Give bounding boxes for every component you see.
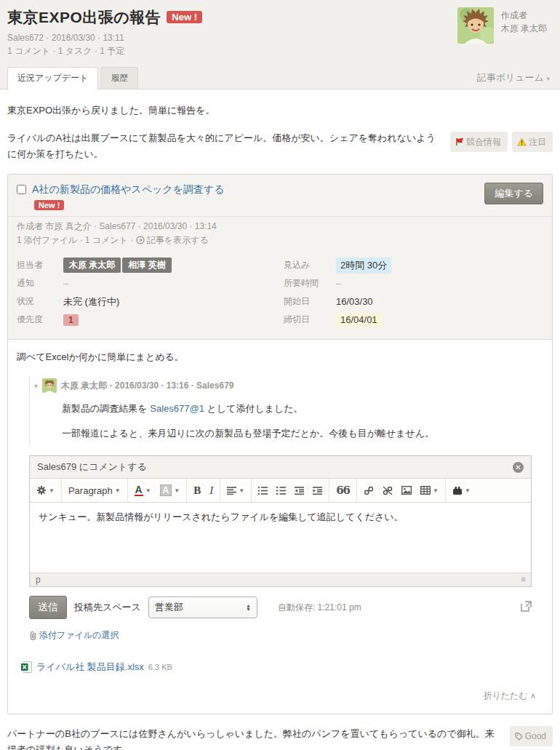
italic-button[interactable]: I — [205, 482, 217, 499]
resize-grip[interactable]: ≡ — [521, 575, 525, 585]
excel-file-icon — [21, 661, 32, 673]
settings-gear-button[interactable]: ▼ — [32, 483, 59, 498]
plugin-icon — [452, 486, 463, 495]
post-space-label: 投稿先スペース — [74, 601, 141, 614]
report-paragraph-1: 東京EXPO出張から戻りました。簡単に報告を。 — [7, 103, 553, 119]
priority-badge: 1 — [63, 314, 79, 326]
spent-value: – — [336, 278, 341, 289]
select-attachment-link[interactable]: 添付ファイルの選択 — [29, 629, 532, 642]
task-box: A社の新製品の価格やスペックを調査する New ! 編集する 作成者 市原 真之… — [7, 174, 553, 714]
flag-icon — [455, 137, 464, 146]
link-button[interactable] — [359, 484, 378, 498]
show-article-link[interactable]: 記事を表示する — [147, 235, 209, 245]
link-icon — [364, 486, 374, 495]
blockquote-button[interactable]: 66 — [332, 482, 354, 499]
element-path-label: p — [36, 575, 41, 585]
priority-label: 優先度 — [17, 314, 63, 326]
tab-status-updates[interactable]: 近況アップデート — [7, 67, 98, 89]
numbered-list-button[interactable] — [272, 484, 290, 497]
attachment-size: 6.3 KB — [148, 663, 172, 671]
close-icon[interactable]: ✕ — [513, 462, 524, 473]
attachment-ref-link[interactable]: Sales677@1 — [150, 403, 204, 414]
highlight-color-button[interactable]: A▼ — [156, 482, 185, 498]
comment-line1: 新製品の調査結果を Sales677@1 として添付しました。 — [62, 402, 533, 416]
report-paragraph-3: パートナーのB社のブースには佐野さんがいらっしゃいました。弊社のパンフを置いても… — [7, 728, 495, 750]
collapse-comment-icon[interactable]: ▾ — [34, 382, 38, 390]
font-color-icon: A — [135, 485, 143, 496]
notify-value: – — [63, 278, 68, 289]
status-label: 状況 — [17, 295, 63, 308]
comment-textarea[interactable]: サンキュー。新製品情報がリリースされたらファイルを編集して追記してください。 — [30, 503, 531, 573]
author-avatar — [457, 7, 494, 44]
chevron-down-icon: ▾ — [546, 75, 550, 82]
author-name: 木原 承太郎 — [501, 22, 547, 35]
bullet-list-icon — [258, 487, 268, 495]
unlink-button[interactable] — [378, 484, 397, 498]
table-icon — [420, 486, 431, 495]
align-dropdown[interactable]: ▼ — [223, 484, 249, 497]
comment-avatar — [42, 378, 57, 393]
indent-button[interactable] — [308, 484, 327, 497]
warning-icon — [517, 137, 527, 146]
send-row: 送信 投稿先スペース 営業部▲▼ 自動保存: 1:21:01 pm — [29, 596, 532, 619]
notify-label: 通知 — [17, 277, 63, 290]
edit-task-button[interactable]: 編集する — [484, 183, 543, 204]
task-new-badge: New ! — [34, 200, 64, 210]
paragraph-format-dropdown[interactable]: Paragraph▼ — [64, 483, 125, 498]
status-value: 未完 (進行中) — [63, 295, 119, 308]
insert-image-button[interactable] — [397, 484, 416, 497]
report-paragraph-2-wrap: 競合情報注目 ライバルのA社は出展ブースにて新製品を大々的にアピール。価格が安い… — [7, 130, 553, 162]
attachment-file-link[interactable]: ライバル社 製品目録.xlsx — [36, 661, 144, 674]
editor-header-label: Sales679 にコメントする — [37, 460, 147, 474]
tag-competitor-info[interactable]: 競合情報 — [450, 132, 508, 152]
tag-icon — [515, 733, 523, 741]
estimate-value: 2時間 30分 — [336, 258, 391, 274]
assignee-label: 担当者 — [17, 259, 63, 271]
tag-attention[interactable]: 注目 — [512, 132, 553, 152]
task-fields: 担当者木原 承太郎相澤 英樹 通知– 状況未完 (進行中) 優先度1 見込み2時… — [8, 253, 552, 339]
author-label: 作成者 — [501, 9, 547, 22]
task-body-text: 調べてExcelか何かに簡単にまとめる。 — [17, 351, 543, 364]
space-select[interactable]: 営業部▲▼ — [148, 597, 257, 618]
due-date-label: 締切日 — [284, 314, 336, 326]
task-meta-line: 1 添付ファイル · 1 コメント · 記事を表示する — [17, 234, 543, 247]
page-title: 東京EXPO出張の報告 — [7, 9, 161, 25]
comment-author-line: 木原 承太郎 · 2016/03/30 · 13:16 · Sales679 — [61, 380, 233, 392]
autosave-status: 自動保存: 1:21:01 pm — [278, 602, 361, 614]
tab-history[interactable]: 履歴 — [100, 67, 138, 89]
select-arrows-icon: ▲▼ — [246, 604, 251, 611]
bullet-list-button[interactable] — [254, 484, 272, 497]
assignee-tag[interactable]: 木原 承太郎 — [63, 258, 121, 273]
insert-table-button[interactable]: ▼ — [416, 484, 443, 497]
collapse-task-link[interactable]: 折りたたむ ∧ — [17, 674, 543, 709]
bold-button[interactable]: B — [189, 482, 205, 499]
align-left-icon — [227, 487, 236, 495]
comment-line2: 一部報道によると、来月辺りに次の新製品も登場予定だとか。今後も目が離せません。 — [62, 426, 533, 441]
article-volume-dropdown[interactable]: 記事ボリューム ▾ — [477, 71, 550, 84]
estimate-label: 見込み — [284, 259, 336, 271]
highlight-color-icon: A — [160, 484, 172, 496]
post-meta-line1: Sales672 · 2016/03/30 · 13:11 — [7, 32, 457, 44]
font-color-button[interactable]: A▼ — [130, 483, 156, 498]
outdent-button[interactable] — [290, 484, 308, 497]
task-checkbox[interactable] — [17, 185, 26, 194]
page-header: 東京EXPO出張の報告New ! Sales672 · 2016/03/30 ·… — [0, 0, 560, 57]
new-badge: New ! — [167, 11, 202, 23]
tag-good[interactable]: Good — [510, 726, 553, 746]
assignee-tag[interactable]: 相澤 英樹 — [122, 258, 171, 273]
editor-toolbar: ▼ Paragraph▼ A▼ A▼ B I ▼ — [30, 478, 531, 503]
image-icon — [401, 486, 412, 495]
send-button[interactable]: 送信 — [29, 596, 67, 619]
comment-thread: ▾ 木原 承太郎 · 2016/03/30 · 13:16 · Sales679… — [29, 375, 533, 445]
post-meta-line2: 1 コメント · 1 タスク · 1 予定 — [7, 45, 457, 57]
main-content: 東京EXPO出張から戻りました。簡単に報告を。 競合情報注目 ライバルのA社は出… — [0, 89, 560, 750]
blockquote-icon: 66 — [336, 484, 350, 497]
start-date-value: 16/03/30 — [336, 296, 373, 307]
start-date-label: 開始日 — [284, 295, 336, 308]
task-title-link[interactable]: A社の新製品の価格やスペックを調査する — [32, 183, 225, 196]
tab-bar: 近況アップデート 履歴 記事ボリューム ▾ — [0, 66, 560, 89]
comment-editor: Sales679 にコメントする ✕ ▼ Paragraph▼ A▼ A▼ — [29, 455, 532, 587]
report-paragraph-3-wrap: Good パートナーのB社のブースには佐野さんがいらっしゃいました。弊社のパンフ… — [7, 726, 553, 750]
popout-icon[interactable] — [521, 601, 532, 614]
plugin-dropdown[interactable]: ▼ — [448, 484, 475, 498]
